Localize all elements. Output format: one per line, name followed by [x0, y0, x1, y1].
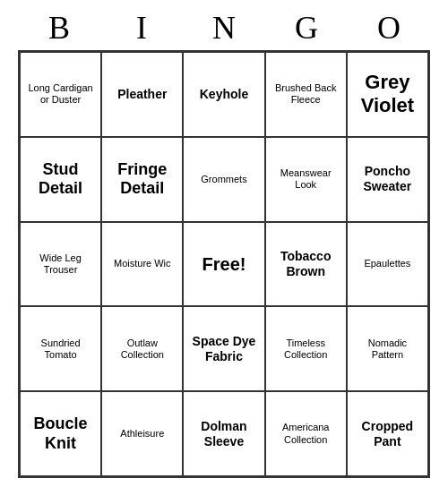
bingo-cell-21: Athleisure — [101, 391, 183, 476]
bingo-grid: Long Cardigan or DusterPleatherKeyholeBr… — [18, 50, 430, 478]
bingo-cell-11: Moisture Wic — [101, 222, 183, 307]
header-i: I — [102, 9, 181, 47]
bingo-cell-5: Stud Detail — [20, 137, 101, 222]
header-o: O — [349, 9, 428, 47]
bingo-cell-7: Grommets — [183, 137, 264, 222]
bingo-cell-4: Grey Violet — [347, 52, 428, 137]
bingo-cell-10: Wide Leg Trouser — [20, 222, 101, 307]
bingo-cell-2: Keyhole — [183, 52, 264, 137]
header-g: G — [267, 9, 346, 47]
bingo-cell-22: Dolman Sleeve — [183, 391, 264, 476]
bingo-cell-8: Meanswear Look — [265, 137, 347, 222]
bingo-cell-17: Space Dye Fabric — [183, 306, 264, 391]
bingo-cell-15: Sundried Tomato — [20, 306, 101, 391]
bingo-cell-3: Brushed Back Fleece — [265, 52, 347, 137]
bingo-cell-16: Outlaw Collection — [101, 306, 183, 391]
bingo-cell-23: Americana Collection — [265, 391, 347, 476]
header-n: N — [185, 9, 263, 47]
bingo-cell-14: Epaulettes — [347, 222, 428, 307]
bingo-cell-20: Boucle Knit — [20, 391, 101, 476]
bingo-cell-12: Free! — [183, 222, 264, 307]
bingo-cell-18: Timeless Collection — [265, 306, 347, 391]
bingo-cell-1: Pleather — [101, 52, 183, 137]
bingo-cell-6: Fringe Detail — [101, 137, 183, 222]
bingo-cell-0: Long Cardigan or Duster — [20, 52, 101, 137]
bingo-cell-9: Poncho Sweater — [347, 137, 428, 222]
header-b: B — [20, 9, 99, 47]
bingo-header: B I N G O — [18, 9, 430, 47]
bingo-cell-24: Cropped Pant — [347, 391, 428, 476]
bingo-cell-19: Nomadic Pattern — [347, 306, 428, 391]
bingo-cell-13: Tobacco Brown — [265, 222, 347, 307]
